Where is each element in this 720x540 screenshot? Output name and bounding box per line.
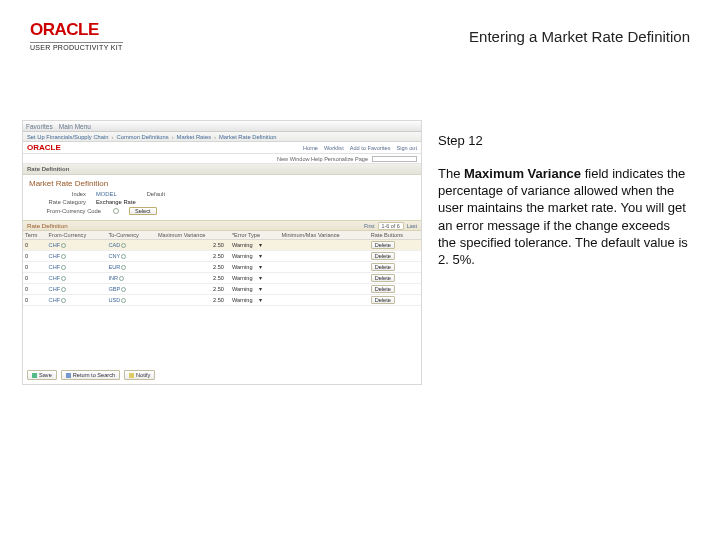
instr-post: field indicates the percentage of varian… [438,166,688,267]
cell-maxvar[interactable]: 2.50 [156,295,230,306]
delete-button[interactable]: Delete [371,241,395,249]
cell-to[interactable]: USD [106,295,156,306]
cell-errtype[interactable]: Warning ▾ [230,251,280,262]
chevron-down-icon[interactable]: ▾ [259,264,262,270]
cell-buttons: Delete [369,251,421,262]
search-icon[interactable] [61,287,66,292]
search-icon[interactable] [61,298,66,303]
cell-to[interactable]: CNY [106,251,156,262]
cell-maxvar[interactable]: 2.50 [156,273,230,284]
cell-maxvar[interactable]: 2.50 [156,251,230,262]
cell-errtype[interactable]: Warning ▾ [230,262,280,273]
index-value[interactable]: MODEL [96,191,117,197]
search-icon[interactable] [61,276,66,281]
oracle-wordmark: ORACLE [30,20,123,40]
chevron-down-icon[interactable]: ▾ [259,253,262,259]
select-button[interactable]: Select [129,207,157,215]
crumb-3[interactable]: Market Rates [177,134,211,140]
cell-to[interactable]: CAD [106,240,156,251]
upk-subtitle: USER PRODUCTIVITY KIT [30,42,123,51]
chevron-down-icon[interactable]: ▾ [259,275,262,281]
cell-maxvar[interactable]: 2.50 [156,284,230,295]
cell-to[interactable]: GBP [106,284,156,295]
return-label: Return to Search [73,372,115,378]
cell-minvar [280,295,369,306]
cell-maxvar[interactable]: 2.50 [156,240,230,251]
search-icon[interactable] [61,254,66,259]
delete-button[interactable]: Delete [371,274,395,282]
crumb-sep: › [214,134,216,140]
cell-buttons: Delete [369,262,421,273]
type-label: Rate Category [31,199,86,205]
type-value: Exchange Rate [96,199,136,205]
save-button[interactable]: Save [27,370,57,380]
oracle-upk-logo: ORACLE USER PRODUCTIVITY KIT [30,20,123,51]
cell-term: 0 [23,295,47,306]
crumb-4[interactable]: Market Rate Definition [219,134,276,140]
delete-button[interactable]: Delete [371,285,395,293]
delete-button[interactable]: Delete [371,263,395,271]
search-icon[interactable] [121,287,126,292]
app-utilrow: New Window Help Personalize Page [23,154,421,164]
link-addfav[interactable]: Add to Favorites [350,145,391,151]
cell-from[interactable]: CHF [47,284,107,295]
search-icon[interactable] [119,276,124,281]
search-icon[interactable] [121,265,126,270]
nav-last[interactable]: Last [407,223,417,229]
cell-from[interactable]: CHF [47,262,107,273]
cell-to[interactable]: EUR [106,262,156,273]
table-row: 0CHFCAD2.50Warning ▾Delete [23,240,421,251]
cell-from[interactable]: CHF [47,273,107,284]
delete-button[interactable]: Delete [371,296,395,304]
menu-favorites[interactable]: Favorites [26,123,53,130]
rates-grid: Term From-Currency To-Currency Maximum V… [23,231,421,306]
search-icon[interactable] [61,265,66,270]
crumb-1[interactable]: Set Up Financials/Supply Chain [27,134,109,140]
cell-minvar [280,240,369,251]
search-icon[interactable] [121,243,126,248]
chevron-down-icon[interactable]: ▾ [259,297,262,303]
cell-errtype[interactable]: Warning ▾ [230,240,280,251]
rates-title: Rate Definition [27,222,68,229]
search-icon[interactable] [61,243,66,248]
form-row-type: Rate Category Exchange Rate [23,198,421,206]
search-icon[interactable] [113,208,119,214]
cell-maxvar[interactable]: 2.50 [156,262,230,273]
rates-nav: First 1-6 of 6 Last [364,222,417,230]
table-row: 0CHFEUR2.50Warning ▾Delete [23,262,421,273]
cell-from[interactable]: CHF [47,240,107,251]
chevron-down-icon[interactable]: ▾ [259,242,262,248]
search-icon[interactable] [121,298,126,303]
col-minvar: Minimum/Max Variance [280,231,369,240]
instr-bold: Maximum Variance [464,166,581,181]
nav-first[interactable]: First [364,223,374,229]
fromcode-label: From-Currency Code [31,208,101,214]
col-term: Term [23,231,47,240]
cell-minvar [280,273,369,284]
cell-errtype[interactable]: Warning ▾ [230,273,280,284]
return-button[interactable]: Return to Search [61,370,120,380]
util-links[interactable]: New Window Help Personalize Page [277,156,368,162]
util-search-input[interactable] [372,156,417,162]
app-toplinks: Home Worklist Add to Favorites Sign out [303,145,417,151]
cell-from[interactable]: CHF [47,251,107,262]
instruction-text: The Maximum Variance field indicates the… [438,165,688,268]
notify-button[interactable]: Notify [124,370,155,380]
link-home[interactable]: Home [303,145,318,151]
table-row: 0CHFUSD2.50Warning ▾Delete [23,295,421,306]
delete-button[interactable]: Delete [371,252,395,260]
cell-to[interactable]: INR [106,273,156,284]
instruction-panel: Step 12 The Maximum Variance field indic… [438,132,688,268]
cell-errtype[interactable]: Warning ▾ [230,295,280,306]
cell-errtype[interactable]: Warning ▾ [230,284,280,295]
crumb-2[interactable]: Common Definitions [116,134,168,140]
chevron-down-icon[interactable]: ▾ [259,286,262,292]
cell-from[interactable]: CHF [47,295,107,306]
menu-main[interactable]: Main Menu [59,123,91,130]
link-signout[interactable]: Sign out [396,145,417,151]
link-worklist[interactable]: Worklist [324,145,344,151]
table-row: 0CHFCNY2.50Warning ▾Delete [23,251,421,262]
page-title: Entering a Market Rate Definition [469,28,690,45]
search-icon[interactable] [121,254,126,259]
save-icon [32,373,37,378]
